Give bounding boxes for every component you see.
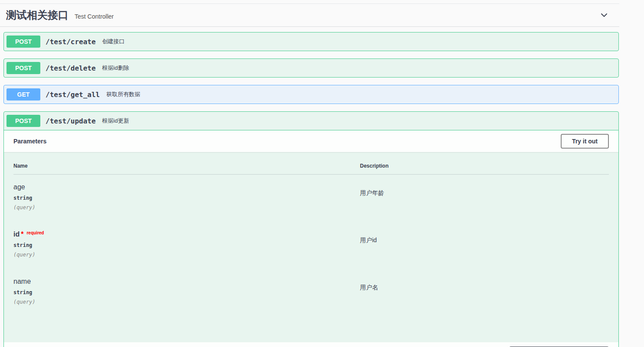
parameter-name-cell: id*required string (query) — [13, 230, 360, 258]
parameter-description: 用户id — [360, 230, 609, 258]
operation-description: 创建接口 — [102, 38, 125, 45]
opblock-get-get-all: GET /test/get_all 获取所有数据 — [3, 85, 619, 104]
required-star: * — [21, 230, 23, 238]
method-badge: GET — [7, 88, 40, 101]
parameter-name: id*required — [13, 230, 360, 238]
opblock-post-update: POST /test/update 根据id更新 Parameters Try … — [3, 111, 619, 347]
operation-description: 根据id更新 — [102, 117, 129, 125]
method-badge: POST — [7, 36, 40, 48]
operation-path: /test/create — [46, 38, 96, 46]
tag-title-group: 测试相关接口 Test Controller — [6, 8, 114, 22]
try-it-out-button[interactable]: Try it out — [561, 134, 609, 149]
parameter-description: 用户年龄 — [360, 183, 609, 211]
parameter-description: 用户名 — [360, 278, 609, 305]
operation-path: /test/delete — [46, 64, 96, 72]
tag-subtitle: Test Controller — [75, 13, 114, 20]
method-badge: POST — [7, 115, 40, 127]
parameter-in: (query) — [13, 204, 360, 211]
parameters-body: Name Description age string (query) 用户年龄… — [4, 152, 618, 342]
parameter-row-id: id*required string (query) 用户id — [13, 222, 609, 269]
operation-summary[interactable]: POST /test/update 根据id更新 — [4, 112, 618, 130]
tag-divider — [0, 26, 619, 27]
operation-description: 获取所有数据 — [106, 91, 140, 98]
column-header-description: Description — [360, 163, 609, 169]
parameter-in: (query) — [13, 299, 360, 305]
column-header-name: Name — [13, 163, 360, 169]
opblock-post-delete: POST /test/delete 根据id删除 — [3, 58, 619, 78]
operation-summary[interactable]: GET /test/get_all 获取所有数据 — [4, 85, 618, 104]
operation-path: /test/update — [46, 117, 96, 125]
opblock-post-create: POST /test/create 创建接口 — [3, 32, 619, 51]
operation-summary[interactable]: POST /test/create 创建接口 — [4, 32, 618, 51]
parameter-name: name — [13, 278, 360, 285]
operation-path: /test/get_all — [46, 91, 100, 99]
parameter-name: age — [13, 183, 360, 191]
parameters-header: Parameters Try it out — [4, 130, 618, 152]
operation-description: 根据id删除 — [102, 64, 129, 72]
responses-header: Responses Response content type */* — [4, 342, 618, 347]
operation-summary[interactable]: POST /test/delete 根据id删除 — [4, 59, 618, 77]
parameter-row-name: name string (query) 用户名 — [13, 269, 609, 316]
parameter-name-cell: name string (query) — [13, 278, 360, 305]
parameter-type: string — [13, 195, 360, 201]
parameter-name-cell: age string (query) — [13, 183, 360, 211]
chevron-down-icon[interactable] — [599, 10, 609, 20]
method-badge: POST — [7, 62, 40, 74]
api-tag-section: 测试相关接口 Test Controller POST /test/create… — [0, 3, 619, 347]
parameters-table-header: Name Description — [13, 163, 609, 175]
parameters-title: Parameters — [13, 138, 46, 145]
parameter-type: string — [13, 242, 360, 248]
tag-header[interactable]: 测试相关接口 Test Controller — [0, 4, 619, 26]
parameter-in: (query) — [13, 252, 360, 258]
tag-title: 测试相关接口 — [6, 8, 69, 22]
parameter-row-age: age string (query) 用户年龄 — [13, 175, 609, 222]
parameters-spacer — [13, 316, 609, 342]
parameter-type: string — [13, 289, 360, 295]
required-label: required — [26, 230, 44, 235]
